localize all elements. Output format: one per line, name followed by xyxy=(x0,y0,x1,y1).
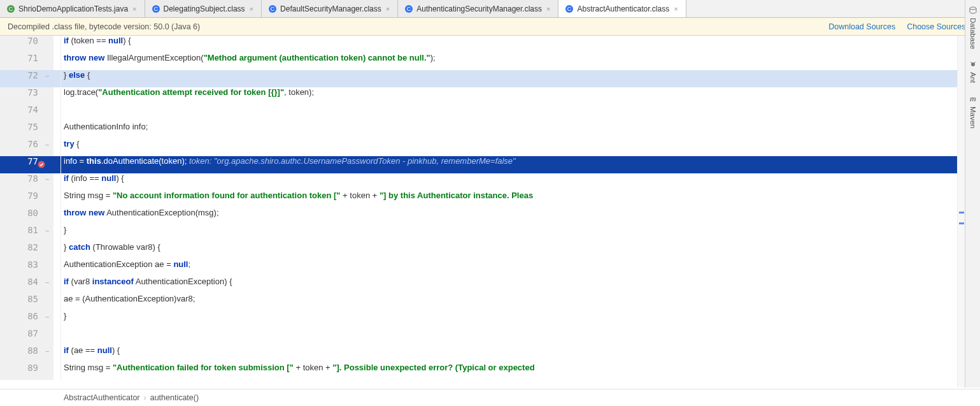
fold-icon[interactable] xyxy=(46,180,50,184)
fold-icon[interactable] xyxy=(46,283,50,287)
tab-authenticating-security-manager[interactable]: C AuthenticatingSecurityManager.class × xyxy=(398,0,558,17)
close-icon[interactable]: × xyxy=(672,5,679,13)
breadcrumbs: AbstractAuthenticator › authenticate() xyxy=(0,389,980,406)
tab-shrio-demo[interactable]: C ShrioDemoApplicationTests.java × xyxy=(0,0,145,17)
database-icon xyxy=(969,6,977,15)
tool-label: Maven xyxy=(969,106,977,129)
code-line[interactable]: 88 if (ae == null) { xyxy=(0,345,957,363)
maven-icon: m xyxy=(969,95,977,104)
code-line[interactable]: 84 if (var8 instanceof AuthenticationExc… xyxy=(0,277,957,294)
svg-point-11 xyxy=(970,7,976,10)
svg-text:m: m xyxy=(970,95,976,103)
inline-debug-hint: token: "org.apache.shiro.authc.UsernameP… xyxy=(187,156,515,166)
ant-icon xyxy=(969,61,977,69)
class-file-icon: C xyxy=(152,4,160,13)
code-line[interactable]: 81 } xyxy=(0,225,957,242)
tool-database[interactable]: Database xyxy=(968,4,978,52)
editor-overview-ruler[interactable] xyxy=(957,36,965,388)
chevron-right-icon: › xyxy=(144,393,146,402)
code-line[interactable]: 80 throw new AuthenticationException(msg… xyxy=(0,208,957,225)
class-file-icon: C xyxy=(565,4,574,13)
svg-text:C: C xyxy=(567,6,572,12)
svg-text:C: C xyxy=(153,6,158,12)
close-icon[interactable]: × xyxy=(545,5,551,13)
download-sources-link[interactable]: Download Sources xyxy=(828,22,895,31)
tool-label: Ant xyxy=(969,72,977,83)
class-file-icon: C xyxy=(404,4,413,13)
right-tool-strip: Database Ant m Maven xyxy=(965,0,980,388)
fold-icon[interactable] xyxy=(46,76,50,81)
code-line[interactable]: 74 xyxy=(0,105,957,122)
code-line[interactable]: 71 throw new IllegalArgumentException("M… xyxy=(0,53,957,70)
decompiled-banner: Decompiled .class file, bytecode version… xyxy=(0,18,980,36)
close-icon[interactable]: × xyxy=(131,5,138,13)
tab-delegating-subject[interactable]: C DelegatingSubject.class × xyxy=(145,0,262,17)
tab-label: DefaultSecurityManager.class xyxy=(280,4,381,13)
code-line[interactable]: 86 } xyxy=(0,311,957,328)
tool-maven[interactable]: m Maven xyxy=(968,92,978,131)
ruler-mark[interactable] xyxy=(959,222,964,224)
fold-icon[interactable] xyxy=(46,352,50,356)
fold-icon[interactable] xyxy=(46,231,50,236)
svg-line-13 xyxy=(970,62,972,63)
code-line[interactable]: 78 if (info == null) { xyxy=(0,173,957,191)
svg-line-14 xyxy=(974,62,976,63)
code-line-current[interactable]: 77 info = this.doAuthenticate(token); to… xyxy=(0,156,957,173)
breadcrumb-class[interactable]: AbstractAuthenticator xyxy=(64,393,140,402)
code-line[interactable]: 79 String msg = "No account information … xyxy=(0,191,957,208)
tab-default-security-manager[interactable]: C DefaultSecurityManager.class × xyxy=(262,0,398,17)
tab-label: AuthenticatingSecurityManager.class xyxy=(416,4,542,13)
java-file-icon: C xyxy=(6,4,15,13)
svg-text:C: C xyxy=(271,6,275,12)
svg-text:C: C xyxy=(9,6,13,12)
banner-text: Decompiled .class file, bytecode version… xyxy=(8,22,200,31)
fold-icon[interactable] xyxy=(46,317,50,322)
code-line[interactable]: 89 String msg = "Authentication failed f… xyxy=(0,363,957,380)
close-icon[interactable]: × xyxy=(385,5,391,13)
editor-tabs: C ShrioDemoApplicationTests.java × C Del… xyxy=(0,0,980,18)
ruler-mark[interactable] xyxy=(959,212,964,214)
close-icon[interactable]: × xyxy=(248,5,255,13)
tab-label: DelegatingSubject.class xyxy=(164,4,245,13)
tab-label: AbstractAuthenticator.class xyxy=(577,4,669,13)
code-line[interactable]: 85 ae = (AuthenticationException)var8; xyxy=(0,294,957,311)
code-line[interactable]: 73 log.trace("Authentication attempt rec… xyxy=(0,87,957,105)
code-line[interactable]: 72 } else { xyxy=(0,70,957,87)
tab-abstract-authenticator[interactable]: C AbstractAuthenticator.class × xyxy=(558,0,686,17)
class-file-icon: C xyxy=(268,4,277,13)
code-line[interactable]: 82 } catch (Throwable var8) { xyxy=(0,242,957,259)
code-line[interactable]: 76 try { xyxy=(0,139,957,156)
code-line[interactable]: 70 if (token == null) { xyxy=(0,36,957,53)
code-editor[interactable]: 70 if (token == null) { 71 throw new Ill… xyxy=(0,36,980,389)
fold-icon[interactable] xyxy=(46,145,50,150)
tab-label: ShrioDemoApplicationTests.java xyxy=(18,4,128,13)
tool-label: Database xyxy=(969,18,977,49)
breadcrumb-method[interactable]: authenticate() xyxy=(150,393,199,402)
code-line[interactable]: 83 AuthenticationException ae = null; xyxy=(0,259,957,277)
breakpoint-icon[interactable] xyxy=(37,160,46,169)
tool-ant[interactable]: Ant xyxy=(968,58,978,85)
code-line[interactable]: 87 xyxy=(0,328,957,345)
code-line[interactable]: 75 AuthenticationInfo info; xyxy=(0,122,957,139)
choose-sources-link[interactable]: Choose Sources... xyxy=(907,22,972,31)
svg-text:C: C xyxy=(407,6,411,12)
